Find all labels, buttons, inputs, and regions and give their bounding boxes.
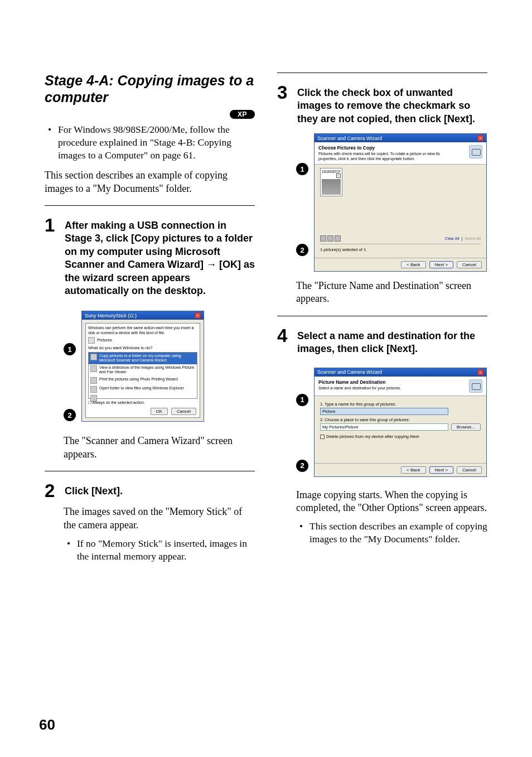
wizard-icon [469, 145, 482, 158]
opt2-text: View a slideshow of the images using Win… [99, 365, 195, 375]
dest-label: 2. Choose a place to save this group of … [320, 417, 481, 422]
wizard-icon [469, 379, 482, 393]
step-text: Click the check box of unwanted images t… [297, 83, 487, 126]
step4-bullet: This section describes an example of cop… [309, 520, 487, 546]
rotate-left-icon[interactable] [320, 235, 326, 242]
delete-label: Delete pictures from my device after cop… [326, 434, 419, 439]
step2-bullet: If no "Memory Stick" is inserted, images… [77, 537, 255, 563]
select-all-link[interactable]: Select All [465, 237, 481, 240]
thumb-label: 101MSDCF [322, 170, 341, 173]
step-number: 3 [277, 83, 293, 102]
dest-input[interactable] [320, 423, 448, 431]
name-input[interactable] [320, 408, 448, 415]
checkbox-icon [320, 435, 325, 439]
delete-checkbox-row[interactable]: Delete pictures from my device after cop… [320, 434, 481, 439]
step-number: 2 [45, 481, 60, 500]
os-note: For Windows 98/98SE/2000/Me, follow the … [58, 123, 255, 161]
slideshow-icon [90, 365, 97, 372]
wizard-body: 101MSDCF ✓ Clear All | Select All 1 pict… [315, 165, 486, 258]
dialog-title: Scanner and Camera Wizard [317, 136, 382, 141]
folder-icon [90, 386, 97, 393]
step4-body: Image copying starts. When the copying i… [296, 489, 487, 515]
autoplay-screenshot-wrap: 1 2 Sony MemoryStick (G:) × Windows can … [64, 305, 255, 427]
print-icon [90, 377, 97, 384]
callout-2: 2 [296, 244, 308, 256]
step3-after: The "Picture Name and Destination" scree… [296, 279, 487, 306]
step-number: 1 [45, 216, 60, 234]
always-checkbox-row[interactable]: ☐ Always do the selected action. [88, 399, 197, 407]
wizard-choose-dialog: Scanner and Camera Wizard × Choose Pictu… [314, 133, 487, 272]
dialog-titlebar: Scanner and Camera Wizard × [315, 134, 486, 142]
cancel-button[interactable]: Cancel [171, 408, 196, 415]
wizard-subheading: Pictures with check marks will be copied… [318, 152, 447, 161]
wizard-header: Choose Pictures to Copy Pictures with ch… [315, 142, 486, 165]
pictures-label: Pictures [97, 337, 112, 343]
action-open-folder[interactable]: Open folder to view files using Windows … [89, 385, 197, 394]
camera-icon [90, 354, 97, 360]
cancel-button[interactable]: Cancel [457, 261, 482, 268]
thumb-image [322, 179, 341, 195]
wizard-heading: Choose Pictures to Copy [318, 145, 447, 151]
dialog-title: Scanner and Camera Wizard [317, 369, 382, 375]
rule [45, 471, 255, 471]
close-icon[interactable]: × [195, 312, 201, 319]
step-2: 2 Click [Next]. [45, 481, 255, 500]
step-4: 4 Select a name and destination for the … [277, 326, 487, 356]
right-column: 3 Click the check box of unwanted images… [277, 73, 487, 570]
wizard-header: Picture Name and Destination Select a na… [315, 377, 486, 396]
action-list: Copy pictures to a folder on my computer… [88, 352, 197, 399]
close-icon[interactable]: × [477, 135, 483, 141]
callout-2: 2 [64, 409, 76, 421]
step-number: 4 [277, 326, 293, 345]
always-label: Always do the selected action. [93, 401, 145, 404]
callout-2: 2 [296, 460, 308, 472]
rotate-toolbar [320, 235, 342, 242]
step1-after: The "Scanner and Camera Wizard" screen a… [64, 435, 255, 461]
close-icon[interactable]: × [477, 369, 483, 375]
callout-1: 1 [296, 163, 308, 175]
pictures-icon [88, 337, 95, 344]
autoplay-prompt: What do you want Windows to do? [88, 345, 197, 350]
next-button[interactable]: Next > [429, 466, 453, 474]
intro-paragraph: This section describes an example of cop… [45, 169, 255, 195]
thumb-checkbox[interactable]: ✓ [336, 173, 341, 178]
action-print[interactable]: Print the pictures using Photo Printing … [89, 376, 197, 385]
next-button[interactable]: Next > [429, 261, 453, 268]
step4-note-list: This section describes an example of cop… [296, 520, 487, 546]
step-text: Click [Next]. [65, 481, 123, 498]
back-button[interactable]: < Back [401, 261, 426, 268]
picture-thumbnail[interactable]: 101MSDCF ✓ [320, 168, 342, 196]
callout-1: 1 [296, 394, 308, 406]
callout-1: 1 [64, 343, 76, 355]
action-slideshow[interactable]: View a slideshow of the images using Win… [89, 364, 197, 376]
clear-all-link[interactable]: Clear All [445, 237, 460, 240]
wizard-heading: Picture Name and Destination [318, 379, 401, 385]
wizard-body: 1. Type a name for this group of picture… [315, 396, 486, 463]
xp-badge: XP [230, 110, 255, 119]
opt1-text: Copy pictures to a folder on my computer… [99, 354, 195, 363]
step2-body: The images saved on the "Memory Stick" o… [64, 505, 255, 532]
dialog-titlebar: Scanner and Camera Wizard × [315, 368, 486, 377]
action-more[interactable] [89, 394, 197, 398]
opt4-text: Open folder to view files using Windows … [99, 386, 184, 390]
wizard-subheading: Select a name and destination for your p… [318, 386, 401, 390]
browse-button[interactable]: Browse... [451, 423, 481, 431]
back-button[interactable]: < Back [401, 466, 426, 474]
ok-button[interactable]: OK [151, 408, 168, 415]
wizard-dest-screenshot-wrap: 1 2 Scanner and Camera Wizard × Picture … [296, 364, 487, 481]
rotate-right-icon[interactable] [327, 235, 333, 242]
page-number: 60 [39, 716, 55, 734]
rule [45, 205, 255, 206]
wizard-dest-dialog: Scanner and Camera Wizard × Picture Name… [314, 368, 487, 477]
cancel-button[interactable]: Cancel [457, 466, 482, 474]
action-copy[interactable]: Copy pictures to a folder on my computer… [89, 353, 197, 364]
properties-icon[interactable] [335, 235, 341, 242]
dialog-title: Sony MemoryStick (G:) [85, 313, 137, 319]
autoplay-dialog: Sony MemoryStick (G:) × Windows can perf… [81, 311, 204, 421]
rule [277, 73, 487, 73]
wizard-choose-screenshot-wrap: 1 2 Scanner and Camera Wizard × Choose P… [296, 133, 487, 272]
dialog-titlebar: Sony MemoryStick (G:) × [82, 311, 204, 320]
rule [277, 316, 487, 316]
left-column: Stage 4-A: Copying images to a computer … [45, 73, 255, 570]
step2-note-list: If no "Memory Stick" is inserted, images… [64, 537, 255, 563]
